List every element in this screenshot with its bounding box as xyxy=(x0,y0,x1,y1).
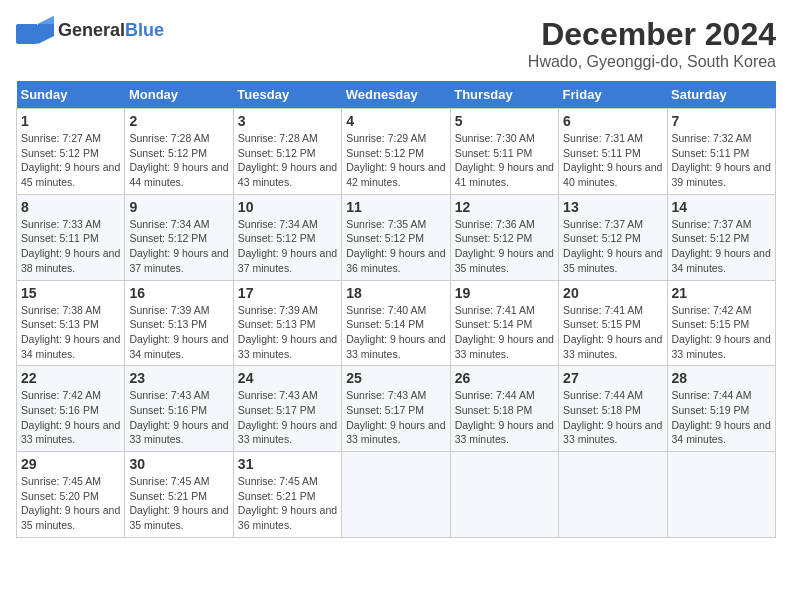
calendar-cell: 4Sunrise: 7:29 AMSunset: 5:12 PMDaylight… xyxy=(342,109,450,195)
calendar-cell: 10Sunrise: 7:34 AMSunset: 5:12 PMDayligh… xyxy=(233,194,341,280)
calendar-cell: 28Sunrise: 7:44 AMSunset: 5:19 PMDayligh… xyxy=(667,366,775,452)
calendar-cell xyxy=(559,452,667,538)
calendar-cell: 22Sunrise: 7:42 AMSunset: 5:16 PMDayligh… xyxy=(17,366,125,452)
calendar-header-row: SundayMondayTuesdayWednesdayThursdayFrid… xyxy=(17,81,776,109)
logo: GeneralBlue xyxy=(16,16,164,44)
calendar-cell: 2Sunrise: 7:28 AMSunset: 5:12 PMDaylight… xyxy=(125,109,233,195)
day-info: Sunrise: 7:44 AMSunset: 5:18 PMDaylight:… xyxy=(455,388,554,447)
calendar-table: SundayMondayTuesdayWednesdayThursdayFrid… xyxy=(16,81,776,538)
calendar-cell: 25Sunrise: 7:43 AMSunset: 5:17 PMDayligh… xyxy=(342,366,450,452)
day-number: 26 xyxy=(455,370,554,386)
title-area: December 2024 Hwado, Gyeonggi-do, South … xyxy=(528,16,776,71)
logo-general: General xyxy=(58,20,125,40)
calendar-header-monday: Monday xyxy=(125,81,233,109)
calendar-header-thursday: Thursday xyxy=(450,81,558,109)
calendar-cell: 12Sunrise: 7:36 AMSunset: 5:12 PMDayligh… xyxy=(450,194,558,280)
day-info: Sunrise: 7:29 AMSunset: 5:12 PMDaylight:… xyxy=(346,131,445,190)
month-title: December 2024 xyxy=(528,16,776,53)
day-info: Sunrise: 7:39 AMSunset: 5:13 PMDaylight:… xyxy=(129,303,228,362)
day-info: Sunrise: 7:31 AMSunset: 5:11 PMDaylight:… xyxy=(563,131,662,190)
calendar-cell: 20Sunrise: 7:41 AMSunset: 5:15 PMDayligh… xyxy=(559,280,667,366)
day-number: 8 xyxy=(21,199,120,215)
day-number: 9 xyxy=(129,199,228,215)
day-number: 3 xyxy=(238,113,337,129)
calendar-cell: 6Sunrise: 7:31 AMSunset: 5:11 PMDaylight… xyxy=(559,109,667,195)
day-number: 25 xyxy=(346,370,445,386)
calendar-cell: 16Sunrise: 7:39 AMSunset: 5:13 PMDayligh… xyxy=(125,280,233,366)
day-number: 27 xyxy=(563,370,662,386)
day-info: Sunrise: 7:44 AMSunset: 5:18 PMDaylight:… xyxy=(563,388,662,447)
day-info: Sunrise: 7:36 AMSunset: 5:12 PMDaylight:… xyxy=(455,217,554,276)
calendar-header-tuesday: Tuesday xyxy=(233,81,341,109)
calendar-week-row: 22Sunrise: 7:42 AMSunset: 5:16 PMDayligh… xyxy=(17,366,776,452)
day-info: Sunrise: 7:45 AMSunset: 5:21 PMDaylight:… xyxy=(238,474,337,533)
day-number: 18 xyxy=(346,285,445,301)
calendar-cell: 17Sunrise: 7:39 AMSunset: 5:13 PMDayligh… xyxy=(233,280,341,366)
day-info: Sunrise: 7:39 AMSunset: 5:13 PMDaylight:… xyxy=(238,303,337,362)
calendar-week-row: 15Sunrise: 7:38 AMSunset: 5:13 PMDayligh… xyxy=(17,280,776,366)
logo-icon xyxy=(16,16,54,44)
day-info: Sunrise: 7:32 AMSunset: 5:11 PMDaylight:… xyxy=(672,131,771,190)
day-number: 29 xyxy=(21,456,120,472)
calendar-cell xyxy=(450,452,558,538)
day-number: 22 xyxy=(21,370,120,386)
day-info: Sunrise: 7:43 AMSunset: 5:17 PMDaylight:… xyxy=(346,388,445,447)
calendar-week-row: 8Sunrise: 7:33 AMSunset: 5:11 PMDaylight… xyxy=(17,194,776,280)
day-info: Sunrise: 7:43 AMSunset: 5:17 PMDaylight:… xyxy=(238,388,337,447)
day-number: 23 xyxy=(129,370,228,386)
calendar-cell: 27Sunrise: 7:44 AMSunset: 5:18 PMDayligh… xyxy=(559,366,667,452)
day-number: 19 xyxy=(455,285,554,301)
calendar-cell: 26Sunrise: 7:44 AMSunset: 5:18 PMDayligh… xyxy=(450,366,558,452)
day-info: Sunrise: 7:40 AMSunset: 5:14 PMDaylight:… xyxy=(346,303,445,362)
day-number: 15 xyxy=(21,285,120,301)
calendar-cell: 1Sunrise: 7:27 AMSunset: 5:12 PMDaylight… xyxy=(17,109,125,195)
day-info: Sunrise: 7:44 AMSunset: 5:19 PMDaylight:… xyxy=(672,388,771,447)
day-info: Sunrise: 7:28 AMSunset: 5:12 PMDaylight:… xyxy=(129,131,228,190)
calendar-cell: 18Sunrise: 7:40 AMSunset: 5:14 PMDayligh… xyxy=(342,280,450,366)
calendar-cell: 11Sunrise: 7:35 AMSunset: 5:12 PMDayligh… xyxy=(342,194,450,280)
day-number: 14 xyxy=(672,199,771,215)
day-number: 17 xyxy=(238,285,337,301)
calendar-cell: 29Sunrise: 7:45 AMSunset: 5:20 PMDayligh… xyxy=(17,452,125,538)
calendar-cell: 7Sunrise: 7:32 AMSunset: 5:11 PMDaylight… xyxy=(667,109,775,195)
day-number: 4 xyxy=(346,113,445,129)
calendar-cell xyxy=(342,452,450,538)
day-number: 5 xyxy=(455,113,554,129)
day-number: 28 xyxy=(672,370,771,386)
day-number: 6 xyxy=(563,113,662,129)
day-info: Sunrise: 7:41 AMSunset: 5:14 PMDaylight:… xyxy=(455,303,554,362)
calendar-cell: 14Sunrise: 7:37 AMSunset: 5:12 PMDayligh… xyxy=(667,194,775,280)
calendar-cell: 30Sunrise: 7:45 AMSunset: 5:21 PMDayligh… xyxy=(125,452,233,538)
day-info: Sunrise: 7:42 AMSunset: 5:15 PMDaylight:… xyxy=(672,303,771,362)
calendar-cell: 13Sunrise: 7:37 AMSunset: 5:12 PMDayligh… xyxy=(559,194,667,280)
day-info: Sunrise: 7:45 AMSunset: 5:20 PMDaylight:… xyxy=(21,474,120,533)
day-info: Sunrise: 7:41 AMSunset: 5:15 PMDaylight:… xyxy=(563,303,662,362)
day-info: Sunrise: 7:37 AMSunset: 5:12 PMDaylight:… xyxy=(563,217,662,276)
calendar-cell: 31Sunrise: 7:45 AMSunset: 5:21 PMDayligh… xyxy=(233,452,341,538)
day-info: Sunrise: 7:35 AMSunset: 5:12 PMDaylight:… xyxy=(346,217,445,276)
day-number: 11 xyxy=(346,199,445,215)
day-info: Sunrise: 7:38 AMSunset: 5:13 PMDaylight:… xyxy=(21,303,120,362)
svg-marker-2 xyxy=(38,16,54,24)
day-number: 21 xyxy=(672,285,771,301)
calendar-body: 1Sunrise: 7:27 AMSunset: 5:12 PMDaylight… xyxy=(17,109,776,538)
calendar-header-wednesday: Wednesday xyxy=(342,81,450,109)
calendar-header-sunday: Sunday xyxy=(17,81,125,109)
header-area: GeneralBlue December 2024 Hwado, Gyeongg… xyxy=(16,16,776,71)
day-number: 12 xyxy=(455,199,554,215)
calendar-cell: 3Sunrise: 7:28 AMSunset: 5:12 PMDaylight… xyxy=(233,109,341,195)
day-number: 16 xyxy=(129,285,228,301)
day-info: Sunrise: 7:28 AMSunset: 5:12 PMDaylight:… xyxy=(238,131,337,190)
calendar-header-friday: Friday xyxy=(559,81,667,109)
calendar-cell: 15Sunrise: 7:38 AMSunset: 5:13 PMDayligh… xyxy=(17,280,125,366)
day-info: Sunrise: 7:34 AMSunset: 5:12 PMDaylight:… xyxy=(129,217,228,276)
day-info: Sunrise: 7:43 AMSunset: 5:16 PMDaylight:… xyxy=(129,388,228,447)
day-number: 2 xyxy=(129,113,228,129)
day-number: 10 xyxy=(238,199,337,215)
calendar-cell: 19Sunrise: 7:41 AMSunset: 5:14 PMDayligh… xyxy=(450,280,558,366)
day-info: Sunrise: 7:34 AMSunset: 5:12 PMDaylight:… xyxy=(238,217,337,276)
calendar-week-row: 29Sunrise: 7:45 AMSunset: 5:20 PMDayligh… xyxy=(17,452,776,538)
day-number: 1 xyxy=(21,113,120,129)
day-info: Sunrise: 7:30 AMSunset: 5:11 PMDaylight:… xyxy=(455,131,554,190)
calendar-week-row: 1Sunrise: 7:27 AMSunset: 5:12 PMDaylight… xyxy=(17,109,776,195)
